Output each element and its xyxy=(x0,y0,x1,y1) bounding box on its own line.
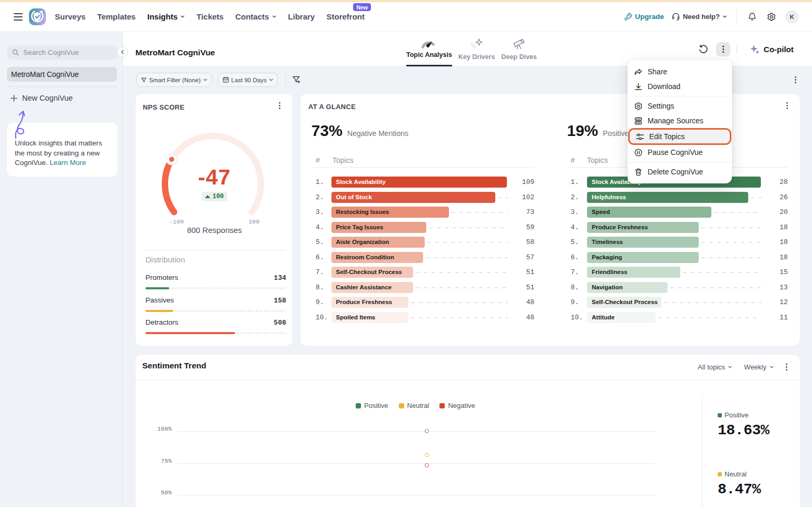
svg-text:100: 100 xyxy=(249,218,260,225)
svg-text:-100: -100 xyxy=(169,218,184,225)
